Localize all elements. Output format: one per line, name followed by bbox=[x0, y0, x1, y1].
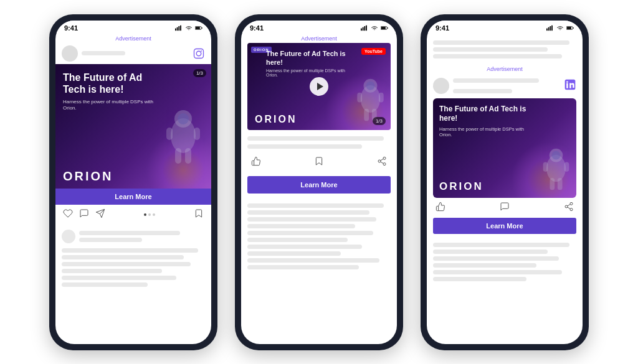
svg-point-33 bbox=[383, 157, 386, 159]
svg-rect-52 bbox=[564, 162, 569, 171]
ad-card-1: 1/3 The Future of Ad Tech is here! Harne… bbox=[55, 64, 211, 189]
like-icon-3[interactable] bbox=[436, 202, 445, 214]
phone-youtube: 9:41 bbox=[235, 14, 403, 350]
avatar-1 bbox=[62, 45, 78, 62]
share-icon-2[interactable] bbox=[377, 156, 387, 169]
bookmark-icon-2[interactable] bbox=[314, 156, 324, 169]
skel-line bbox=[433, 47, 548, 52]
svg-rect-38 bbox=[546, 28, 548, 30]
wifi-icon-2 bbox=[371, 25, 378, 31]
svg-rect-5 bbox=[196, 27, 200, 29]
phone1-scroll: Advertisement bbox=[55, 33, 211, 344]
skel-lines bbox=[79, 228, 205, 245]
skel-line bbox=[82, 51, 125, 55]
svg-line-58 bbox=[568, 207, 571, 209]
svg-rect-15 bbox=[175, 148, 181, 164]
name-skeleton-1 bbox=[82, 49, 189, 58]
ad-card-3: The Future of Ad Tech is here! Harness t… bbox=[433, 98, 576, 198]
share-icon-3[interactable] bbox=[564, 202, 574, 214]
share-icon-1[interactable] bbox=[95, 208, 105, 221]
skel-line bbox=[79, 238, 142, 242]
signal-icon-2 bbox=[361, 25, 368, 31]
svg-rect-2 bbox=[178, 26, 179, 30]
instagram-icon[interactable] bbox=[193, 47, 205, 60]
badge-counter-2: 1/3 bbox=[373, 117, 386, 125]
like-icon-1[interactable] bbox=[63, 208, 73, 221]
ad-content-3: The Future of Ad Tech is here! Harness t… bbox=[439, 105, 536, 138]
learn-more-btn-1[interactable]: Learn More bbox=[55, 189, 211, 205]
avatar-3 bbox=[433, 78, 449, 94]
ad-label-3: Advertisement bbox=[427, 63, 583, 73]
comment-icon-3[interactable] bbox=[500, 202, 510, 214]
skel-line bbox=[433, 243, 569, 247]
bookmark-icon-1[interactable] bbox=[194, 208, 204, 221]
ad-subtitle-1: Harness the power of multiple DSPs with … bbox=[63, 99, 155, 112]
svg-rect-44 bbox=[573, 27, 574, 29]
svg-line-36 bbox=[381, 162, 384, 164]
skel-line bbox=[247, 136, 384, 141]
battery-icon bbox=[195, 25, 202, 31]
phone-instagram: 9:41 bbox=[49, 14, 217, 350]
svg-line-59 bbox=[568, 204, 571, 206]
svg-rect-43 bbox=[567, 27, 571, 29]
action-bar-1 bbox=[55, 205, 211, 225]
learn-more-container-3: Learn More bbox=[433, 218, 576, 234]
skel-line bbox=[453, 78, 539, 83]
ad-title-1: The Future of Ad Tech is here! bbox=[63, 72, 155, 95]
ad-subtitle-3: Harness the power of multiple DSPs with … bbox=[439, 126, 536, 138]
battery-icon-3 bbox=[566, 25, 574, 31]
comment-icon-1[interactable] bbox=[79, 208, 89, 221]
feed-skeleton-1 bbox=[55, 225, 211, 344]
top-lines-3 bbox=[427, 33, 583, 63]
svg-rect-21 bbox=[364, 26, 365, 30]
svg-point-34 bbox=[378, 160, 381, 162]
svg-rect-46 bbox=[566, 83, 568, 88]
skel-line bbox=[62, 276, 176, 280]
linkedin-header-3 bbox=[427, 73, 583, 98]
svg-rect-20 bbox=[363, 27, 364, 30]
phone-linkedin: 9:41 bbox=[421, 14, 589, 350]
learn-more-btn-3[interactable]: Learn More bbox=[433, 218, 576, 234]
svg-rect-30 bbox=[379, 92, 384, 102]
svg-rect-40 bbox=[550, 26, 551, 30]
like-icon-2[interactable] bbox=[251, 156, 261, 169]
skel-line bbox=[62, 282, 148, 287]
youtube-badge: YouTube bbox=[361, 48, 386, 55]
status-bar-1: 9:41 bbox=[55, 21, 211, 33]
ad-label-1: Advertisement bbox=[55, 33, 211, 43]
skel-line bbox=[62, 248, 198, 253]
skel-line bbox=[433, 270, 562, 274]
svg-point-12 bbox=[178, 113, 189, 124]
learn-more-btn-2[interactable]: Learn More bbox=[247, 176, 391, 194]
svg-rect-13 bbox=[166, 128, 173, 140]
play-button-2[interactable] bbox=[310, 77, 328, 96]
status-bar-3: 9:41 bbox=[427, 21, 583, 33]
svg-point-35 bbox=[383, 162, 386, 165]
svg-rect-39 bbox=[548, 27, 550, 30]
svg-point-56 bbox=[565, 205, 568, 208]
svg-point-55 bbox=[570, 202, 573, 205]
status-bar-2: 9:41 bbox=[241, 21, 397, 33]
content-lines-2b bbox=[241, 198, 397, 274]
ad-label-2: Advertisement bbox=[241, 33, 397, 43]
skel-avatar bbox=[62, 230, 75, 243]
name-skeleton-3 bbox=[453, 76, 560, 96]
linkedin-icon[interactable] bbox=[564, 78, 576, 93]
skel-line bbox=[433, 54, 562, 58]
svg-rect-1 bbox=[177, 27, 178, 30]
dot-2 bbox=[148, 213, 151, 216]
ad-title-3: The Future of Ad Tech is here! bbox=[439, 105, 536, 124]
skel-line bbox=[247, 245, 362, 249]
phone3-scroll: Advertisement bbox=[427, 33, 583, 344]
svg-rect-51 bbox=[543, 162, 548, 171]
status-icons-2 bbox=[361, 25, 388, 31]
svg-point-9 bbox=[201, 50, 202, 51]
ad-content-2: The Future of Ad Tech is here! Harness t… bbox=[266, 49, 350, 78]
svg-rect-3 bbox=[180, 25, 181, 30]
skel-row bbox=[62, 228, 205, 245]
svg-point-8 bbox=[196, 51, 201, 56]
skel-line bbox=[62, 255, 184, 259]
skel-line bbox=[62, 269, 162, 273]
svg-rect-24 bbox=[381, 27, 386, 29]
skel-line bbox=[247, 203, 384, 208]
